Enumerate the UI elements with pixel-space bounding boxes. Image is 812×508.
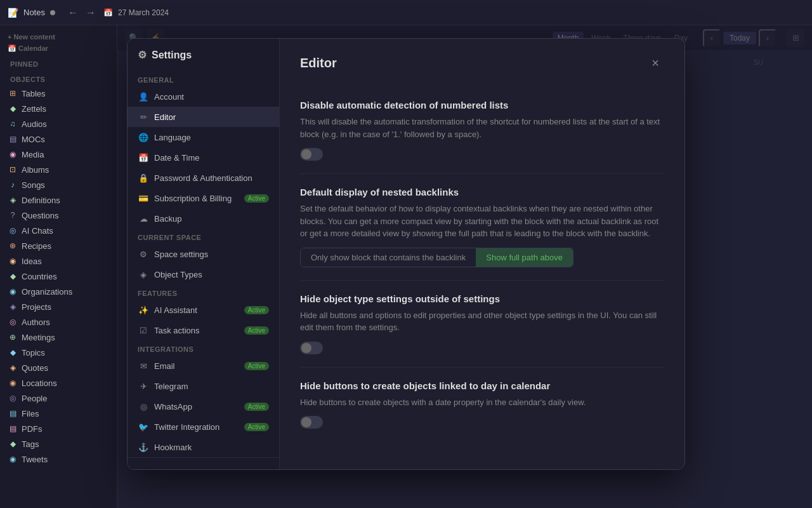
sidebar-label-zettels: Zettels bbox=[22, 104, 109, 114]
radio-option-default-display-backlinks-0[interactable]: Only show block that contains the backli… bbox=[301, 248, 476, 267]
settings-item-subscription-billing[interactable]: 💳 Subscription & Billing Active bbox=[128, 188, 279, 208]
settings-item-task-actions[interactable]: ☑ Task actions Active bbox=[128, 320, 279, 340]
restart-app-button[interactable]: ↺ Restart app bbox=[138, 468, 269, 469]
sidebar: + New content 📅 Calendar Pinned Objects … bbox=[0, 25, 117, 508]
sidebar-item-organizations[interactable]: ◉ Organizations bbox=[0, 284, 117, 299]
sidebar-item-quotes[interactable]: ◈ Quotes bbox=[0, 360, 117, 375]
sidebar-icon-projects: ◈ bbox=[8, 302, 18, 312]
settings-label-twitter-integration: Twitter Integration bbox=[154, 422, 219, 432]
sidebar-item-zettels[interactable]: ◆ Zettels bbox=[0, 101, 117, 116]
sidebar-item-topics[interactable]: ◆ Topics bbox=[0, 345, 117, 360]
settings-item-hookmark[interactable]: ⚓ Hookmark bbox=[128, 437, 279, 457]
settings-item-account[interactable]: 👤 Account bbox=[128, 86, 279, 107]
toggle-hide-buttons-calendar[interactable] bbox=[300, 416, 323, 429]
toggle-thumb-hide-object-type-settings bbox=[301, 343, 311, 353]
settings-header: ⚙ Settings bbox=[128, 49, 279, 71]
sidebar-item-tags[interactable]: ◆ Tags bbox=[0, 436, 117, 451]
settings-icon-language: 🌐 bbox=[138, 131, 149, 143]
sidebar-item-songs[interactable]: ♪ Songs bbox=[0, 177, 117, 192]
settings-item-date-time[interactable]: 📅 Date & Time bbox=[128, 147, 279, 168]
badge-ai-assistant: Active bbox=[244, 306, 269, 314]
sidebar-item-meetings[interactable]: ⊕ Meetings bbox=[0, 330, 117, 345]
setting-desc-hide-buttons-calendar: Hide buttons to create objects with a da… bbox=[300, 396, 664, 409]
sidebar-item-ideas[interactable]: ◉ Ideas bbox=[0, 253, 117, 269]
setting-title-hide-buttons-calendar: Hide buttons to create objects linked to… bbox=[300, 380, 664, 391]
sidebar-item-albums[interactable]: ⊡ Albums bbox=[0, 162, 117, 177]
sidebar-item-questions[interactable]: ? Questions bbox=[0, 208, 117, 223]
cal-next-button[interactable]: › bbox=[759, 29, 776, 47]
sidebar-item-people[interactable]: ◎ People bbox=[0, 391, 117, 406]
settings-icon-email: ✉ bbox=[138, 360, 149, 371]
sidebar-label-locations: Locations bbox=[22, 378, 109, 388]
sidebar-item-recipes[interactable]: ⊕ Recipes bbox=[0, 238, 117, 253]
sidebar-label-files: Files bbox=[22, 409, 109, 418]
settings-item-object-types[interactable]: ◈ Object Types bbox=[128, 264, 279, 284]
setting-title-default-display-backlinks: Default display of nested backlinks bbox=[300, 187, 664, 197]
sidebar-item-media[interactable]: ◉ Media bbox=[0, 147, 117, 162]
sidebar-item-projects[interactable]: ◈ Projects bbox=[0, 299, 117, 314]
sidebar-item-ai-chats[interactable]: ◎ AI Chats bbox=[0, 223, 117, 238]
radio-option-default-display-backlinks-1[interactable]: Show full path above bbox=[476, 248, 573, 267]
settings-label-space-settings: Space settings bbox=[154, 250, 208, 259]
settings-item-space-settings[interactable]: ⚙ Space settings bbox=[128, 244, 279, 264]
toggle-thumb-disable-numbered-lists bbox=[301, 149, 311, 159]
settings-icon-telegram: ✈ bbox=[138, 380, 149, 392]
settings-icon-ai-assistant: ✨ bbox=[138, 304, 149, 316]
sidebar-item-locations[interactable]: ◉ Locations bbox=[0, 375, 117, 391]
sidebar-icon-pdfs: ▤ bbox=[8, 424, 18, 434]
nav-back-button[interactable]: ← bbox=[65, 6, 81, 20]
sidebar-icon-organizations: ◉ bbox=[8, 286, 18, 297]
sidebar-item-files[interactable]: ▤ Files bbox=[0, 406, 117, 421]
sidebar-item-mocs[interactable]: ▤ MOCs bbox=[0, 131, 117, 147]
pinned-label: Pinned bbox=[0, 55, 117, 70]
setting-card-hide-object-type-settings: Hide object type settings outside of set… bbox=[300, 281, 664, 368]
sidebar-icon-topics: ◆ bbox=[8, 347, 18, 358]
settings-item-editor[interactable]: ✏ Editor bbox=[128, 107, 279, 127]
settings-item-backup[interactable]: ☁ Backup bbox=[128, 208, 279, 229]
sidebar-item-pdfs[interactable]: ▤ PDFs bbox=[0, 421, 117, 436]
setting-card-default-display-backlinks: Default display of nested backlinks Set … bbox=[300, 174, 664, 281]
settings-label-ai-assistant: AI Assistant bbox=[154, 305, 197, 315]
settings-label-whatsapp: WhatsApp bbox=[154, 402, 192, 411]
sidebar-item-tweets[interactable]: ◉ Tweets bbox=[0, 451, 117, 467]
cal-prev-button[interactable]: ‹ bbox=[703, 29, 721, 47]
settings-main: Editor × Disable automatic detection of … bbox=[280, 39, 684, 469]
setting-desc-disable-numbered-lists: This will disable the automatic transfor… bbox=[300, 116, 664, 140]
settings-item-whatsapp[interactable]: ◎ WhatsApp Active bbox=[128, 396, 279, 417]
settings-sections: General 👤 Account ✏ Editor 🌐 Language 📅 … bbox=[128, 71, 279, 457]
grid-view-icon[interactable]: ⊞ bbox=[787, 29, 804, 47]
sidebar-item-tables[interactable]: ⊞ Tables bbox=[0, 86, 117, 101]
sidebar-items: ⊞ Tables ◆ Zettels ♫ Audios ▤ MOCs ◉ Med… bbox=[0, 86, 117, 467]
sidebar-icon-locations: ◉ bbox=[8, 378, 18, 388]
settings-item-ai-assistant[interactable]: ✨ AI Assistant Active bbox=[128, 300, 279, 320]
settings-icon-editor: ✏ bbox=[138, 111, 149, 123]
setting-title-disable-numbered-lists: Disable automatic detection of numbered … bbox=[300, 100, 664, 110]
sidebar-icon-audios: ♫ bbox=[8, 119, 18, 129]
settings-item-twitter-integration[interactable]: 🐦 Twitter Integration Active bbox=[128, 417, 279, 437]
settings-icon-password-auth: 🔒 bbox=[138, 172, 149, 184]
sidebar-icon-questions: ? bbox=[8, 210, 18, 220]
sidebar-label-tags: Tags bbox=[22, 439, 109, 449]
close-settings-button[interactable]: × bbox=[646, 54, 664, 72]
settings-modal: ⚙ Settings General 👤 Account ✏ Editor 🌐 … bbox=[127, 38, 685, 470]
sidebar-label-ideas: Ideas bbox=[22, 257, 109, 266]
sidebar-label-ai-chats: AI Chats bbox=[22, 226, 109, 236]
nav-forward-button[interactable]: → bbox=[83, 6, 98, 20]
sidebar-item-audios[interactable]: ♫ Audios bbox=[0, 116, 117, 131]
toggle-hide-object-type-settings[interactable] bbox=[300, 342, 323, 354]
settings-item-telegram[interactable]: ✈ Telegram bbox=[128, 376, 279, 396]
settings-item-email[interactable]: ✉ Email Active bbox=[128, 356, 279, 376]
toggle-disable-numbered-lists[interactable] bbox=[300, 148, 323, 161]
sidebar-item-countries[interactable]: ◆ Countries bbox=[0, 269, 117, 284]
sidebar-icon-albums: ⊡ bbox=[8, 164, 18, 175]
settings-item-password-auth[interactable]: 🔒 Password & Authentication bbox=[128, 168, 279, 188]
sidebar-item-authors[interactable]: ◎ Authors bbox=[0, 314, 117, 330]
settings-section-label-integrations: Integrations bbox=[128, 340, 279, 356]
settings-item-language[interactable]: 🌐 Language bbox=[128, 127, 279, 147]
today-button[interactable]: Today bbox=[723, 32, 756, 44]
date-display: 27 March 2024 bbox=[118, 8, 169, 17]
settings-icon-hookmark: ⚓ bbox=[138, 441, 149, 453]
settings-icon-subscription-billing: 💳 bbox=[138, 192, 149, 204]
sidebar-label-mocs: MOCs bbox=[22, 135, 109, 144]
sidebar-item-definitions[interactable]: ◈ Definitions bbox=[0, 192, 117, 208]
